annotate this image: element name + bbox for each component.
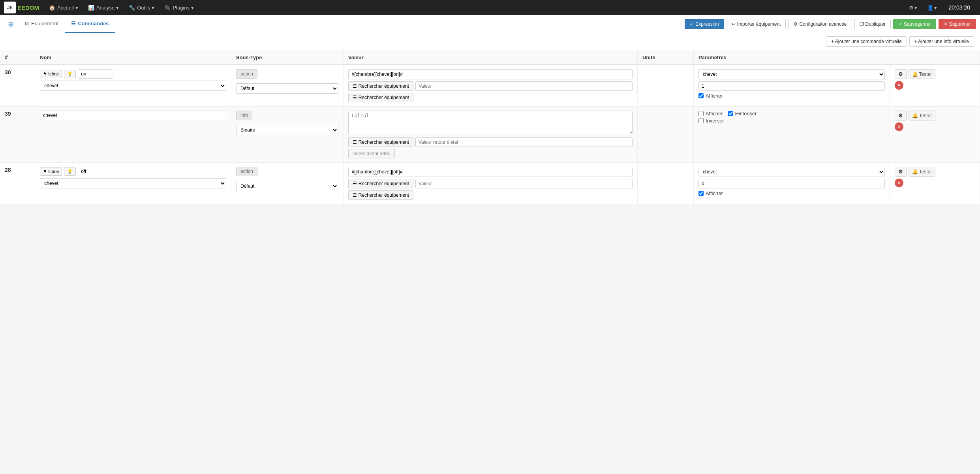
row-39-calcul-textarea[interactable] xyxy=(348,111,633,134)
col-header-valeur: Valeur xyxy=(343,50,637,65)
row-28-afficher-checkbox[interactable] xyxy=(698,191,704,196)
search-icon: ☰ xyxy=(353,192,357,198)
tab-commandes[interactable]: ☰ Commandes xyxy=(65,15,115,33)
row-30-delete-button[interactable]: ✕ xyxy=(895,81,903,90)
row-30-params: chevet Afficher xyxy=(693,65,890,107)
gear-icon: ⚙ xyxy=(898,113,903,118)
nav-outils[interactable]: 🔧 Outils ▾ xyxy=(125,0,158,15)
gear-icon: ⚙ xyxy=(909,5,914,11)
row-39-valeur-retour-input[interactable] xyxy=(415,137,633,147)
brand-short: JE xyxy=(7,5,12,10)
row-28-param-select[interactable]: chevet xyxy=(698,167,885,177)
row-28-nom: ⚑ Icône 💡 chevet xyxy=(35,163,231,204)
table-header-row: # Nom Sous-Type Valeur Unité Paramètres xyxy=(0,50,980,65)
row-30-name-input[interactable] xyxy=(78,69,113,79)
row-39-historiser-checkbox[interactable] xyxy=(728,111,733,116)
row-28-delete-button[interactable]: ✕ xyxy=(895,179,903,187)
row-39-tester-button[interactable]: 🔔 Tester xyxy=(909,111,936,120)
save-icon: ✓ xyxy=(898,21,902,27)
nav-plugins[interactable]: 🔌 Plugins ▾ xyxy=(160,0,198,15)
navbar-right: ⚙ ▾ 👤 ▾ 20:03:20 xyxy=(905,0,976,15)
row-28-valeur-field[interactable] xyxy=(415,179,633,188)
expression-button[interactable]: ✓ Expression xyxy=(685,19,724,29)
user-icon: 👤 xyxy=(927,5,933,11)
row-30-search1-button[interactable]: ☰ Rechercher équipement xyxy=(348,81,413,91)
config-avancee-button[interactable]: ⚙ Configuration avancée xyxy=(788,19,852,29)
row-28-actions: ⚙ 🔔 Tester ✕ xyxy=(890,163,980,204)
delete-icon: ✕ xyxy=(944,21,948,27)
bulb-icon: 💡 xyxy=(67,71,73,77)
bell-icon: 🔔 xyxy=(912,169,918,175)
add-info-virtual-button[interactable]: + Ajouter une info virtuelle xyxy=(909,36,974,47)
row-39-historiser-label: Historiser xyxy=(735,111,757,117)
tab-actions: ✓ Expression ↩ Importer équipement ⚙ Con… xyxy=(685,19,976,29)
back-button[interactable]: ⊕ xyxy=(4,15,18,33)
commandes-icon: ☰ xyxy=(71,21,76,26)
chevron-down-icon: ▾ xyxy=(914,5,917,11)
row-30-flag-button[interactable]: ⚑ Icône xyxy=(40,70,62,78)
row-30-param-num[interactable] xyxy=(698,81,885,91)
col-header-num: # xyxy=(0,50,35,65)
row-30-soustype-select[interactable]: Défaut xyxy=(236,83,338,94)
check-icon: ✓ xyxy=(690,21,694,27)
row-30-gear-button[interactable]: ⚙ xyxy=(895,69,907,79)
row-30-bulb-button[interactable]: 💡 xyxy=(64,70,76,78)
row-30-soustype: action Défaut xyxy=(231,65,343,107)
row-39-nom xyxy=(35,107,231,163)
sauvegarder-button[interactable]: ✓ Sauvegarder xyxy=(893,19,936,29)
row-30-afficher-checkbox[interactable] xyxy=(698,93,704,98)
row-28-soustype-badge: action xyxy=(236,167,257,176)
import-icon: ↩ xyxy=(732,21,736,27)
gear-menu[interactable]: ⚙ ▾ xyxy=(905,0,921,15)
tab-equipement[interactable]: 🖥 Equipement xyxy=(18,15,65,33)
chevron-down-icon: ▾ xyxy=(934,5,937,11)
row-39-delete-button[interactable]: ✕ xyxy=(895,122,903,131)
brand-text: EEDOM xyxy=(17,4,39,11)
row-39-afficher-checkbox[interactable] xyxy=(698,111,704,116)
row-30-tester-button[interactable]: 🔔 Tester xyxy=(909,69,936,79)
row-30-valeur-input[interactable] xyxy=(348,69,633,79)
add-cmd-virtual-button[interactable]: + Ajouter une commande virtuelle xyxy=(826,36,907,47)
row-28-flag-button[interactable]: ⚑ Icône xyxy=(40,167,62,176)
row-39-actions: ⚙ 🔔 Tester ✕ xyxy=(890,107,980,163)
supprimer-button[interactable]: ✕ Supprimer xyxy=(939,19,976,29)
search-icon: ☰ xyxy=(353,181,357,186)
col-header-params: Paramètres xyxy=(693,50,890,65)
row-39-gear-button[interactable]: ⚙ xyxy=(895,111,907,120)
row-28-search2-button[interactable]: ☰ Rechercher équipement xyxy=(348,190,413,200)
row-28-param-num[interactable] xyxy=(698,179,885,188)
row-28-soustype: action Défaut xyxy=(231,163,343,204)
row-28-num: 28 xyxy=(0,163,35,204)
row-28-name-input[interactable] xyxy=(78,167,113,176)
row-30-group-select[interactable]: chevet xyxy=(40,81,226,91)
gear-icon: ⚙ xyxy=(898,71,903,77)
user-menu[interactable]: 👤 ▾ xyxy=(923,0,941,15)
search-icon: ☰ xyxy=(353,139,357,145)
row-30-valeur-field[interactable] xyxy=(415,81,633,91)
row-30-search2-button[interactable]: ☰ Rechercher équipement xyxy=(348,93,413,102)
nav-analyse[interactable]: 📊 Analyse ▾ xyxy=(84,0,123,15)
row-30-soustype-badge: action xyxy=(236,69,257,79)
row-28-tester-button[interactable]: 🔔 Tester xyxy=(909,167,936,177)
importer-button[interactable]: ↩ Importer équipement xyxy=(727,19,786,29)
row-28-soustype-select[interactable]: Défaut xyxy=(236,181,338,191)
row-39-soustype-select[interactable]: Binaire xyxy=(236,125,338,135)
row-28-valeur-input[interactable] xyxy=(348,167,633,177)
plugins-icon: 🔌 xyxy=(164,5,171,11)
col-header-nom: Nom xyxy=(35,50,231,65)
row-39-name-input[interactable] xyxy=(40,111,226,120)
row-28-gear-button[interactable]: ⚙ xyxy=(895,167,907,177)
row-28-group-select[interactable]: chevet xyxy=(40,178,226,188)
row-39-search1-button[interactable]: ☰ Rechercher équipement xyxy=(348,137,413,147)
dupliquer-button[interactable]: ❐ Dupliquer xyxy=(854,19,891,29)
analyse-icon: 📊 xyxy=(88,5,94,11)
row-28-bulb-button[interactable]: 💡 xyxy=(64,167,76,176)
row-28-search1-button[interactable]: ☰ Rechercher équipement xyxy=(348,179,413,188)
bulb-icon: 💡 xyxy=(67,169,73,174)
row-30-param-select[interactable]: chevet xyxy=(698,69,885,79)
chevron-down-icon: ▾ xyxy=(75,5,78,11)
row-39-duree-button[interactable]: Durée avant retou xyxy=(348,149,395,158)
nav-accueil[interactable]: 🏠 Accueil ▾ xyxy=(45,0,82,15)
search-icon: ☰ xyxy=(353,95,357,100)
row-39-inverser-checkbox[interactable] xyxy=(698,118,704,123)
